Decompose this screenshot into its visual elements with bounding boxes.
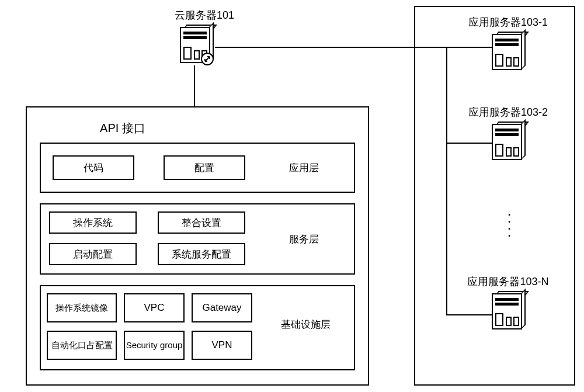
api-title: API 接口 [88,120,158,136]
app-server-1-label: 应用服务器103-1 [450,15,566,29]
service-layer-label: 服务层 [269,227,339,251]
infra-vpc: VPC [124,293,185,322]
app-layer-label: 应用层 [269,155,339,180]
app-layer-config: 配置 [164,155,245,180]
infra-auto: 自动化口占配置 [47,331,117,360]
app-server-2-label: 应用服务器103-2 [450,105,566,119]
app-server-1-icon [492,32,524,70]
service-os: 操作系统 [49,211,137,234]
infra-layer-label: 基础设施层 [262,310,349,339]
infra-vpn: VPN [192,331,252,360]
service-integration: 整合设置 [158,211,245,234]
infra-secgroup: Security group [124,331,185,360]
app-server-n-icon [492,291,524,329]
cloud-server-label: 云服务器101 [152,8,257,22]
app-layer-code: 代码 [53,155,134,180]
service-sys-service: 系统服务配置 [158,243,245,265]
infra-os-image: 操作系统镜像 [47,293,117,322]
infra-gateway: Gateway [192,293,252,322]
app-server-2-icon [492,122,524,160]
ellipsis-icon: ···· [503,210,515,238]
cloud-server-icon [180,25,213,63]
app-server-n-label: 应用服务器103-N [450,275,566,289]
diagram-canvas: 云服务器101 应用服务器103-1 应用服务器103-2 ···· 应用服务器… [0,0,584,392]
service-boot: 启动配置 [49,243,137,265]
